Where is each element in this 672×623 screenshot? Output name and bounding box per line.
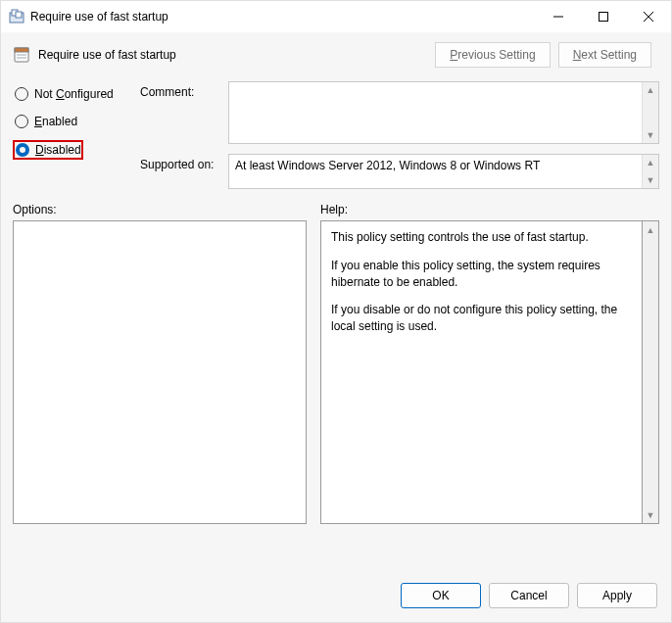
help-text: If you disable or do not configure this … xyxy=(331,302,632,335)
window-title: Require use of fast startup xyxy=(30,10,536,24)
radio-label: Enabled xyxy=(34,115,77,128)
dialog-footer: OK Cancel Apply xyxy=(1,571,671,622)
supported-row: Supported on: At least Windows Server 20… xyxy=(140,154,659,189)
close-button[interactable] xyxy=(626,1,671,32)
scroll-down-icon[interactable]: ▼ xyxy=(643,506,658,523)
radio-disabled[interactable]: Disabled xyxy=(13,140,83,160)
next-setting-button[interactable]: Next Setting xyxy=(558,42,651,68)
policy-icon xyxy=(13,46,30,64)
help-label: Help: xyxy=(320,203,659,216)
radio-indicator xyxy=(15,115,28,128)
help-scrollbar[interactable]: ▲ ▼ xyxy=(643,220,659,524)
scroll-down-icon[interactable]: ▼ xyxy=(643,127,658,143)
maximize-button[interactable] xyxy=(581,1,626,32)
help-panel: This policy setting controls the use of … xyxy=(320,220,643,524)
supported-label: Supported on: xyxy=(140,154,220,189)
config-area: Not Configured Enabled Disabled Comment:… xyxy=(1,72,671,195)
dialog-window: Require use of fast startup Require use … xyxy=(0,0,672,623)
svg-rect-2 xyxy=(16,12,22,18)
scroll-down-icon[interactable]: ▼ xyxy=(643,172,658,188)
supported-textbox: At least Windows Server 2012, Windows 8 … xyxy=(228,154,659,189)
options-label: Options: xyxy=(13,203,307,216)
comment-label: Comment: xyxy=(140,81,220,144)
help-text: If you enable this policy setting, the s… xyxy=(331,258,632,291)
radio-indicator xyxy=(16,143,29,157)
cancel-button[interactable]: Cancel xyxy=(489,583,569,608)
supported-value: At least Windows Server 2012, Windows 8 … xyxy=(229,155,642,188)
comment-textbox[interactable]: ▲ ▼ xyxy=(228,81,659,144)
policy-title: Require use of fast startup xyxy=(38,48,435,62)
svg-rect-8 xyxy=(15,48,28,52)
state-radios: Not Configured Enabled Disabled xyxy=(13,81,130,189)
panel-labels: Options: Help: xyxy=(1,195,671,220)
previous-setting-button[interactable]: Previous Setting xyxy=(435,42,550,68)
scroll-up-icon[interactable]: ▲ xyxy=(643,82,658,98)
panels: This policy setting controls the use of … xyxy=(1,220,671,571)
radio-not-configured[interactable]: Not Configured xyxy=(13,85,130,103)
nav-buttons: Previous Setting Next Setting xyxy=(435,42,659,68)
fields: Comment: ▲ ▼ Supported on: At least Wind… xyxy=(140,81,659,189)
help-text: This policy setting controls the use of … xyxy=(331,229,632,246)
ok-button[interactable]: OK xyxy=(401,583,481,608)
comment-scrollbar[interactable]: ▲ ▼ xyxy=(642,82,658,143)
comment-value xyxy=(229,82,642,143)
radio-enabled[interactable]: Enabled xyxy=(13,113,130,130)
titlebar: Require use of fast startup xyxy=(1,1,671,32)
comment-row: Comment: ▲ ▼ xyxy=(140,81,659,144)
supported-scrollbar[interactable]: ▲ ▼ xyxy=(642,155,658,188)
svg-rect-4 xyxy=(600,13,608,22)
help-panel-wrap: This policy setting controls the use of … xyxy=(320,220,659,571)
scroll-up-icon[interactable]: ▲ xyxy=(643,221,658,238)
radio-indicator xyxy=(15,87,28,101)
radio-label: Not Configured xyxy=(34,87,114,101)
scroll-track[interactable] xyxy=(643,238,658,506)
radio-label: Disabled xyxy=(35,143,81,157)
apply-button[interactable]: Apply xyxy=(577,583,657,608)
window-controls xyxy=(536,1,671,32)
options-panel xyxy=(13,220,307,524)
scroll-up-icon[interactable]: ▲ xyxy=(643,155,658,170)
app-icon xyxy=(9,9,24,24)
subheader: Require use of fast startup Previous Set… xyxy=(1,32,671,72)
minimize-button[interactable] xyxy=(536,1,581,32)
